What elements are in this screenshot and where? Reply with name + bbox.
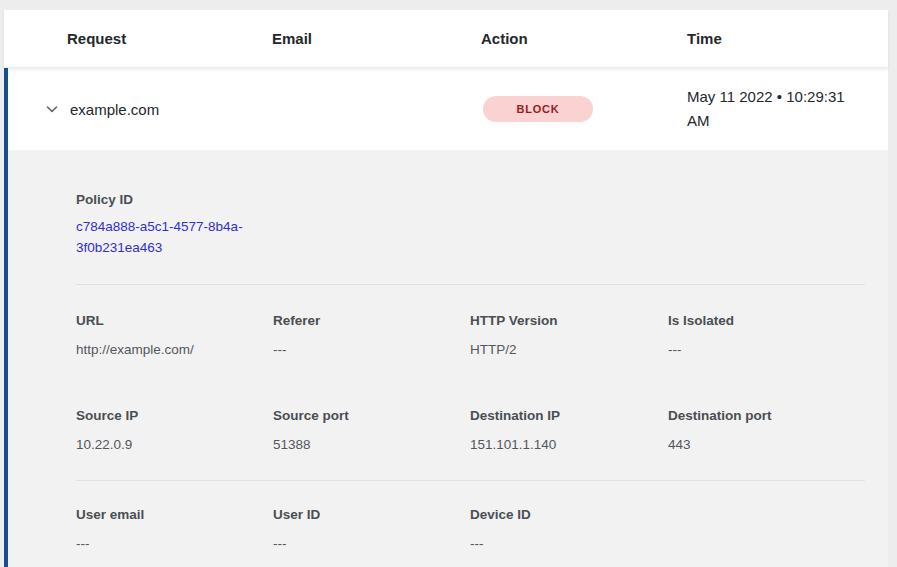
table-row[interactable]: example.com BLOCK May 11 2022 • 10:29:31… (4, 68, 888, 150)
field-label: User email (76, 505, 273, 525)
url-field: URL http://example.com/ (76, 311, 273, 360)
field-value: 51388 (273, 435, 470, 455)
policy-id-link[interactable]: c784a888-a5c1-4577-8b4a-3f0b231ea463 (76, 216, 272, 258)
field-label: Referer (273, 311, 470, 331)
field-label: Destination port (668, 406, 865, 426)
http-version-field: HTTP Version HTTP/2 (470, 311, 668, 360)
user-email-field: User email --- (76, 505, 273, 554)
field-label: Destination IP (470, 406, 668, 426)
action-status-badge: BLOCK (483, 96, 593, 122)
column-header-email: Email (272, 30, 481, 47)
field-value: --- (668, 340, 865, 360)
field-label: Source IP (76, 406, 273, 426)
field-label: Is Isolated (668, 311, 865, 331)
field-label: URL (76, 311, 273, 331)
field-value: --- (273, 534, 470, 554)
user-fields-section: User email --- User ID --- Device ID --- (76, 505, 865, 554)
field-value: HTTP/2 (470, 340, 668, 360)
field-value: 443 (668, 435, 865, 455)
destination-ip-field: Destination IP 151.101.1.140 (470, 406, 668, 455)
field-label: User ID (273, 505, 470, 525)
policy-id-field: Policy ID c784a888-a5c1-4577-8b4a-3f0b23… (76, 190, 865, 258)
source-ip-field: Source IP 10.22.0.9 (76, 406, 273, 455)
field-value: --- (76, 534, 273, 554)
is-isolated-field: Is Isolated --- (668, 311, 865, 360)
http-fields-section: URL http://example.com/ Referer --- HTTP… (76, 311, 865, 360)
field-value: --- (273, 340, 470, 360)
row-detail-panel: Policy ID c784a888-a5c1-4577-8b4a-3f0b23… (4, 150, 888, 567)
column-header-action: Action (481, 30, 687, 47)
collapse-row-button[interactable] (42, 99, 62, 119)
row-time-value: May 11 2022 • 10:29:31 AM (687, 85, 869, 133)
field-value: http://example.com/ (76, 340, 273, 360)
row-request-value: example.com (70, 101, 159, 118)
expanded-row-indicator-bar (4, 68, 8, 567)
table-header: Request Email Action Time (4, 10, 888, 68)
field-label: Source port (273, 406, 470, 426)
section-divider (76, 284, 865, 285)
field-label: Device ID (470, 505, 668, 525)
section-divider (76, 480, 865, 481)
column-header-time: Time (687, 30, 888, 47)
device-id-field: Device ID --- (470, 505, 668, 554)
policy-id-label: Policy ID (76, 190, 865, 210)
field-value: 151.101.1.140 (470, 435, 668, 455)
chevron-down-icon (44, 101, 60, 117)
source-port-field: Source port 51388 (273, 406, 470, 455)
network-fields-section: Source IP 10.22.0.9 Source port 51388 De… (76, 406, 865, 455)
referer-field: Referer --- (273, 311, 470, 360)
field-label: HTTP Version (470, 311, 668, 331)
column-header-request: Request (67, 30, 272, 47)
user-id-field: User ID --- (273, 505, 470, 554)
destination-port-field: Destination port 443 (668, 406, 865, 455)
log-table-card: Request Email Action Time example.com BL… (4, 10, 888, 567)
field-value: 10.22.0.9 (76, 435, 273, 455)
field-value: --- (470, 534, 668, 554)
